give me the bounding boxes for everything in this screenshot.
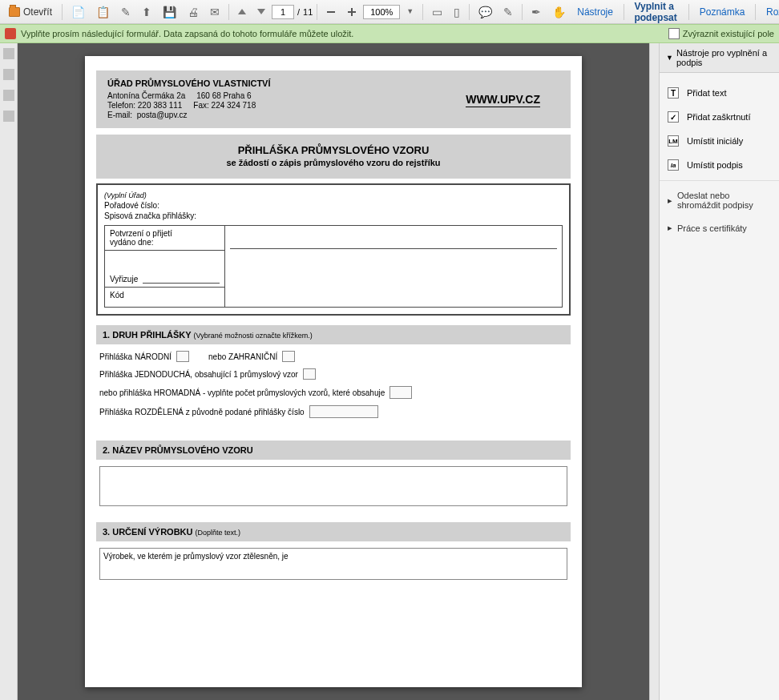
- zoom-dropdown[interactable]: ▼: [402, 5, 418, 18]
- single-checkbox[interactable]: [303, 368, 316, 380]
- signature-icon: la: [668, 159, 679, 171]
- add-check-item[interactable]: ✓ Přidat zaškrtnutí: [660, 105, 779, 129]
- extended-tab[interactable]: Rozšířené: [760, 3, 779, 21]
- comment-tab[interactable]: Poznámka: [693, 3, 752, 21]
- print-button[interactable]: 🖨: [183, 3, 204, 21]
- form-message-text: Vyplňte prosím následující formulář. Dat…: [21, 29, 353, 38]
- office-city: 160 68 Praha 6: [196, 91, 251, 100]
- hand-icon: ✋: [552, 6, 566, 18]
- fit-page-button[interactable]: ▭: [427, 3, 447, 21]
- place-initials-item[interactable]: LM Umístit iniciály: [660, 129, 779, 153]
- zoom-input[interactable]: [363, 5, 400, 19]
- caret-right-icon: ▸: [668, 195, 672, 206]
- page-number-input[interactable]: [272, 5, 294, 19]
- panel-header-label: Nástroje pro vyplnění a podpis: [676, 48, 773, 67]
- receipt-line2: vydáno dne:: [110, 238, 154, 247]
- add-check-label: Přidat zaškrtnutí: [687, 112, 750, 122]
- pdf-form-icon: [5, 28, 16, 39]
- arrow-up-icon: [238, 9, 246, 14]
- attachments-icon[interactable]: [3, 90, 14, 101]
- page-icon: 📄: [71, 6, 85, 18]
- zoom-in-button[interactable]: [342, 4, 361, 20]
- sign-tool-button[interactable]: ✒: [527, 3, 546, 21]
- fax-label: Fax:: [193, 101, 208, 110]
- file-number-label: Spisová značka přihlášky:: [104, 211, 563, 220]
- section-3-header: 3. URČENÍ VÝROBKU (Doplňte text.): [96, 522, 571, 541]
- signatures-icon[interactable]: [3, 111, 14, 122]
- website-link: WWW.UPV.CZ: [466, 93, 540, 106]
- design-name-field[interactable]: [99, 466, 567, 506]
- open-label: Otevřít: [23, 6, 52, 18]
- fit-page-icon: ▭: [432, 6, 442, 18]
- arrow-down-icon: [257, 9, 265, 14]
- email-label: E-mail:: [107, 111, 132, 119]
- place-signature-item[interactable]: la Umístit podpis: [660, 153, 779, 177]
- handler-label: Vyřizuje: [110, 275, 138, 284]
- divided-label: Přihláška ROZDĚLENÁ z původně podané při…: [99, 408, 305, 416]
- single-label: Přihláška JEDNODUCHÁ, obsahující 1 průmy…: [99, 370, 298, 379]
- save-icon: 💾: [163, 6, 176, 18]
- tools-tab[interactable]: Nástroje: [571, 3, 620, 21]
- office-use-note: (Vyplní Úřad): [104, 191, 563, 199]
- save-button[interactable]: 💾: [158, 3, 181, 21]
- comment-tool-button[interactable]: 💬: [474, 3, 497, 21]
- panel-header[interactable]: ▼ Nástroje pro vyplnění a podpis: [660, 43, 779, 73]
- certificates-item[interactable]: ▸ Práce s certifikáty: [660, 216, 779, 239]
- section-2-header: 2. NÁZEV PRŮMYSLOVÉHO VZORU: [96, 441, 571, 460]
- national-checkbox[interactable]: [176, 351, 189, 362]
- text-icon: T: [668, 87, 679, 99]
- send-collect-item[interactable]: ▸ Odeslat nebo shromáždit podpisy: [660, 184, 779, 216]
- fill-sign-tab[interactable]: Vyplnit a podepsat: [628, 0, 684, 26]
- folder-icon: [9, 7, 20, 17]
- fit-width-button[interactable]: ▯: [449, 3, 465, 21]
- create-pdf-button[interactable]: 📄: [67, 3, 90, 21]
- export-icon: ⬆: [142, 6, 151, 18]
- multiple-count-field[interactable]: [390, 386, 412, 399]
- foreign-checkbox[interactable]: [282, 351, 295, 362]
- product-definition-field[interactable]: Výrobek, ve kterém je průmyslový vzor zt…: [99, 548, 567, 580]
- mail-button[interactable]: ✉: [205, 3, 224, 21]
- print-icon: 🖨: [188, 6, 199, 18]
- tel-value: 220 383 111: [138, 101, 183, 110]
- document-viewport[interactable]: ÚŘAD PRŮMYSLOVÉHO VLASTNICTVÍ Antonína Č…: [18, 43, 649, 700]
- clipboard-button[interactable]: 📋: [91, 3, 115, 21]
- page-sep: /: [296, 7, 301, 17]
- open-button[interactable]: Otevřít: [3, 3, 58, 21]
- zoom-out-button[interactable]: [321, 4, 341, 20]
- sign-icon: ✒: [531, 6, 541, 18]
- divided-number-field[interactable]: [309, 405, 378, 418]
- section-3-title: 3. URČENÍ VÝROBKU: [103, 527, 192, 537]
- export-button[interactable]: ⬆: [137, 3, 156, 21]
- form-title-block: PŘIHLÁŠKA PRŮMYSLOVÉHO VZORU se žádostí …: [96, 135, 571, 179]
- fax-value: 224 324 718: [212, 101, 256, 110]
- multiple-label: nebo přihláška HROMADNÁ - vyplňte počet …: [99, 388, 385, 397]
- field-highlight-icon: [668, 28, 680, 39]
- chevron-down-icon: ▼: [406, 8, 414, 15]
- vertical-scrollbar[interactable]: [649, 43, 659, 700]
- fit-width-icon: ▯: [454, 6, 460, 18]
- edit-button[interactable]: ✎: [116, 3, 135, 21]
- national-label: Přihláška NÁRODNÍ: [99, 352, 172, 361]
- add-text-label: Přidat text: [687, 88, 727, 98]
- next-page-button[interactable]: [252, 6, 270, 18]
- place-signature-label: Umístit podpis: [687, 160, 743, 170]
- thumbnails-icon[interactable]: [3, 48, 14, 59]
- bookmarks-icon[interactable]: [3, 69, 14, 80]
- highlight-fields-button[interactable]: Zvýraznit existující pole: [668, 28, 774, 39]
- form-subtitle: se žádostí o zápis průmyslového vzoru do…: [96, 158, 571, 167]
- tel-label: Telefon:: [107, 101, 135, 110]
- pdf-page: ÚŘAD PRŮMYSLOVÉHO VLASTNICTVÍ Antonína Č…: [85, 56, 582, 687]
- code-cell: Kód: [105, 288, 224, 307]
- initials-icon: LM: [668, 135, 679, 147]
- hand-tool-button[interactable]: ✋: [547, 3, 571, 21]
- send-collect-label: Odeslat nebo shromáždit podpisy: [677, 191, 771, 210]
- add-text-item[interactable]: T Přidat text: [660, 81, 779, 105]
- receipt-cell: Potvrzení o přijetí vydáno dne:: [105, 226, 224, 251]
- left-nav-strip: [0, 43, 18, 700]
- prev-page-button[interactable]: [233, 6, 251, 18]
- section-1-hint: (Vybrané možnosti označte křížkem.): [194, 332, 313, 340]
- section-1-header: 1. DRUH PŘIHLÁŠKY (Vybrané možnosti ozna…: [96, 325, 571, 344]
- office-name: ÚŘAD PRŮMYSLOVÉHO VLASTNICTVÍ: [107, 78, 271, 88]
- highlight-tool-button[interactable]: ✎: [498, 3, 518, 21]
- email-value: posta@upv.cz: [137, 111, 188, 119]
